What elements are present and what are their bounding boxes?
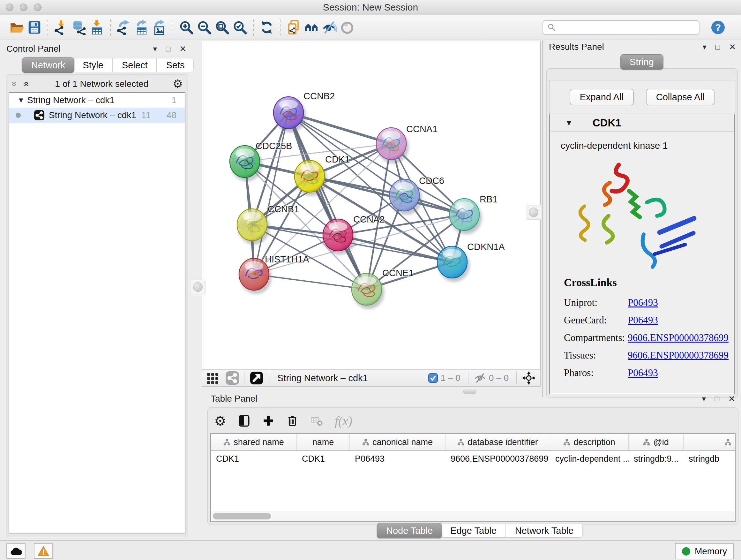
collapse-all-networks-icon[interactable]: » [9,78,20,89]
crosslink-value-link[interactable]: P06493 [628,367,658,379]
cloud-status-button[interactable] [6,543,25,559]
birdseye-view-button[interactable] [522,371,536,385]
left-splitter-handle[interactable] [193,282,203,292]
table-panel-menu-icon[interactable]: ▾ [702,395,706,402]
selected-checkbox[interactable] [428,373,438,383]
import-table-icon [89,20,105,35]
scrollbar-thumb[interactable] [213,513,271,519]
selected-node-edge-counts: 1 – 0 [441,373,460,383]
first-neighbors-button[interactable] [302,18,320,37]
crosslink-value-link[interactable]: 9606.ENSP00000378699 [628,332,729,344]
zoom-fit-button[interactable] [213,18,231,37]
show-columns-button[interactable] [237,414,251,428]
memory-button[interactable]: Memory [675,543,734,559]
results-panel-float-icon[interactable]: □ [716,43,720,51]
tab-network[interactable]: Network [22,57,74,73]
crosslink-value-link[interactable]: P06493 [628,297,658,308]
section-expander-icon[interactable]: ▼ [565,118,573,127]
column-header-namespace[interactable]: namespace [684,434,736,450]
tab-style[interactable]: Style [73,58,112,72]
crosslinks-title: CrossLinks [564,276,729,289]
function-builder-disabled: f(x) [335,414,353,428]
hidden-node-edge-counts: 0 – 0 [489,373,509,383]
control-panel-float-icon[interactable]: □ [166,45,171,53]
save-session-button[interactable] [25,18,44,37]
node-CDK1[interactable] [294,160,327,196]
warnings-button[interactable] [34,543,53,559]
tab-node-table[interactable]: Node Table [377,523,442,538]
hide-selected-button[interactable] [320,18,338,37]
tab-string[interactable]: String [620,54,663,70]
node-CCNB2[interactable] [273,97,306,132]
clone-network-button[interactable] [285,18,302,37]
node-label-CCNA2: CCNA2 [353,214,385,225]
export-table-button[interactable] [133,18,151,37]
show-all-button[interactable] [338,18,356,37]
export-image-button[interactable] [151,18,169,37]
tab-sets[interactable]: Sets [157,58,194,72]
zoom-out-button[interactable] [195,18,213,37]
crosslinks-block: CrossLinks Uniprot:P06493GeneCard:P06493… [564,276,729,381]
table-options-gear-icon[interactable]: ⚙ [214,413,226,429]
node-section-header[interactable]: ▼ CDK1 [550,114,734,132]
collapse-all-button[interactable]: Collapse All [646,89,715,105]
column-header-description[interactable]: description [550,434,629,450]
detach-view-button[interactable] [250,371,264,385]
tab-network-table[interactable]: Network Table [506,523,583,538]
tab-select[interactable]: Select [113,58,157,72]
grid-view-button[interactable] [206,372,219,384]
crosslink-value-link[interactable]: 9606.ENSP00000378699 [628,350,729,361]
crosslink-value-link[interactable]: P06493 [628,314,658,326]
tree-expander-icon[interactable]: ▼ [17,96,27,105]
network-view-mode-button[interactable] [226,371,239,385]
network-graph[interactable]: CCNB2CCNA1CDC25BCDK1CDC6RB1CCNB1CCNA2CDK… [202,41,540,369]
column-header-database-identifier[interactable]: database identifier [446,434,550,450]
attribute-icon [563,439,570,446]
expand-all-button[interactable]: Expand All [569,89,634,105]
network-options-gear-icon[interactable]: ⚙ [173,77,183,91]
import-network-file-button[interactable] [52,18,70,37]
tab-edge-table[interactable]: Edge Table [441,523,506,538]
control-panel-close-icon[interactable]: ✕ [179,45,186,53]
right-splitter[interactable] [542,40,544,397]
export-network-button[interactable] [115,18,133,37]
column-header-canonical-name[interactable]: canonical name [350,434,446,450]
import-table-button[interactable] [88,18,106,37]
control-panel-menu-icon[interactable]: ▾ [153,45,157,53]
delete-column-button[interactable] [286,414,299,428]
export-network-icon [116,20,131,35]
control-panel: Control Panel ▾ □ ✕ NetworkStyleSelectSe… [3,42,192,538]
expand-all-networks-icon[interactable]: » [20,78,31,89]
network-row-selected[interactable]: String Network – cdk1 11 48 [9,108,185,123]
search-input[interactable] [559,22,699,33]
results-panel-menu-icon[interactable]: ▾ [703,43,706,51]
table-panel-close-icon[interactable]: ✕ [728,395,735,403]
table-cell: cyclin-dependent ... [550,451,629,466]
add-column-button[interactable] [262,415,275,427]
zoom-in-button[interactable] [178,18,195,37]
node-RB1[interactable] [449,199,482,234]
results-panel-close-icon[interactable]: ✕ [729,43,736,51]
column-header-name[interactable]: name [297,434,350,450]
column-header-@id[interactable]: @id [629,434,684,450]
table-horizontal-scrollbar[interactable] [211,511,735,521]
open-session-button[interactable] [8,18,25,37]
memory-status-icon [682,547,690,556]
import-network-database-button[interactable] [70,18,88,37]
memory-label: Memory [695,546,727,557]
table-panel-float-icon[interactable]: □ [715,395,720,402]
search-box[interactable] [542,20,699,35]
right-splitter-handle[interactable] [529,207,538,217]
column-header-shared-name[interactable]: shared name [211,434,297,450]
table-row[interactable]: CDK1CDK1P064939606.ENSP00000378699cyclin… [211,451,736,466]
help-button[interactable]: ? [709,18,727,37]
node-CDKN1A[interactable] [437,246,470,282]
refresh-layout-button[interactable] [258,18,276,37]
zoom-selected-button[interactable] [231,18,249,37]
network-canvas[interactable]: CCNB2CCNA1CDC25BCDK1CDC6RB1CCNB1CCNA2CDK… [202,41,541,370]
crosshair-icon [522,371,536,385]
network-collection-row[interactable]: ▼ String Network – cdk1 1 [9,93,185,108]
node-CCNA1[interactable] [376,128,409,164]
edge-CCNB2-HIST1H1A[interactable] [254,113,288,274]
trash-icon [286,414,299,428]
